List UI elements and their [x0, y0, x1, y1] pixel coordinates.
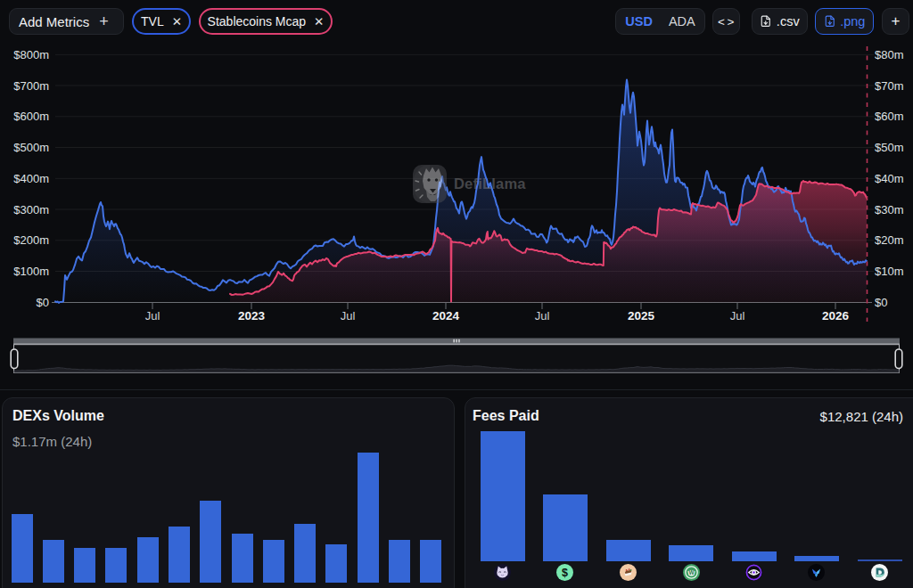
svg-text:DefiLlama: DefiLlama: [454, 176, 526, 192]
svg-text:$600m: $600m: [13, 110, 49, 123]
svg-text:$80m: $80m: [875, 48, 904, 61]
svg-text:$50m: $50m: [875, 141, 904, 154]
svg-text:$: $: [562, 567, 568, 579]
svg-text:2026: 2026: [822, 309, 850, 323]
svg-text:$300m: $300m: [13, 203, 49, 216]
svg-text:Jul: Jul: [730, 309, 745, 323]
svg-text:$200m: $200m: [13, 233, 49, 247]
svg-text:Jul: Jul: [145, 309, 160, 323]
svg-text:$500m: $500m: [13, 141, 49, 154]
svg-text:2023: 2023: [238, 309, 266, 323]
svg-text:$20m: $20m: [875, 233, 904, 247]
svg-text:$400m: $400m: [13, 172, 49, 185]
svg-text:$700m: $700m: [13, 79, 49, 93]
svg-text:2025: 2025: [628, 309, 655, 323]
svg-text:$100m: $100m: [13, 265, 49, 278]
svg-text:Jul: Jul: [341, 309, 356, 323]
svg-text:$10m: $10m: [875, 265, 904, 278]
svg-text:$0: $0: [37, 296, 49, 309]
svg-text:$60m: $60m: [875, 110, 904, 123]
svg-text:Jul: Jul: [535, 309, 550, 323]
svg-text:2024: 2024: [432, 309, 460, 323]
svg-text:$30m: $30m: [875, 203, 904, 216]
svg-text:W: W: [688, 569, 695, 576]
svg-text:$40m: $40m: [875, 172, 904, 185]
svg-text:$0: $0: [875, 296, 887, 309]
svg-text:$800m: $800m: [13, 48, 49, 61]
svg-text:$70m: $70m: [875, 79, 904, 93]
